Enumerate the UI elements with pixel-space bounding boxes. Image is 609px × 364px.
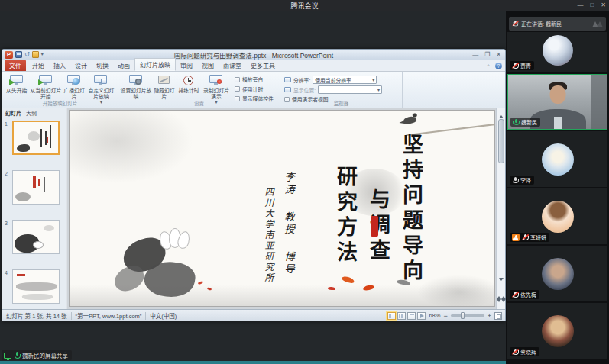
tab-insert[interactable]: 插入: [49, 60, 70, 71]
screen: 腾讯会议 — □ ✕ 国际问题研究与田野调查法.pptx - Microsoft…: [0, 0, 609, 364]
ppt-minimize-button[interactable]: —: [472, 50, 478, 60]
ribbon-group-start-slideshow: 从头开始 从当前幻灯片开始 广播幻灯片 自定义幻灯片放映 开始: [2, 72, 118, 108]
powerpoint-logo-icon[interactable]: P: [5, 51, 13, 59]
reading-view-button[interactable]: [407, 312, 416, 320]
tab-file[interactable]: 文件: [5, 60, 26, 71]
resolution-dropdown[interactable]: 使用当前分辨率: [313, 76, 377, 84]
zoom-out-button[interactable]: −: [443, 312, 447, 320]
group-label: 设置: [118, 99, 280, 107]
language-indicator[interactable]: 中文(中国): [150, 311, 177, 320]
thumbnail-art: [44, 177, 45, 192]
slide-sorter-view-button[interactable]: [397, 312, 406, 320]
slide-byline[interactable]: 李涛 教授 博导 四川大学南亚研究所: [262, 172, 296, 298]
layout-switch-icon[interactable]: [592, 21, 603, 27]
participant-name: 贾青: [520, 62, 531, 69]
red-seal-decoration: [371, 216, 378, 237]
participant-tile[interactable]: 李妍妍: [507, 188, 607, 244]
slide-affiliation: 四川大学南亚研究所: [262, 187, 275, 298]
meeting-window-controls: — □ ✕: [577, 0, 606, 11]
divider: [145, 312, 146, 320]
save-icon[interactable]: [15, 51, 22, 58]
from-current-slide-button[interactable]: 从当前幻灯片开始: [29, 73, 62, 99]
scrollbar-thumb[interactable]: [498, 119, 504, 163]
slide-thumbnail-4[interactable]: [12, 269, 60, 304]
next-slide-button[interactable]: [497, 300, 506, 309]
redo-icon[interactable]: [32, 51, 39, 58]
broadcast-slideshow-icon: [66, 74, 83, 87]
participant-name: 李泽: [520, 176, 531, 184]
participant-tile[interactable]: 贾青: [507, 32, 607, 72]
quick-access-toolbar: P ↺ ▾: [2, 51, 44, 59]
show-on-dropdown[interactable]: [318, 85, 382, 94]
ribbon-group-setup: 设置幻灯片放映 隐藏幻灯片 排练计时 录制幻灯片演示: [118, 72, 280, 108]
minimize-ribbon-icon[interactable]: [485, 63, 491, 69]
slide-canvas[interactable]: 坚持问题导向 与调查 研究方法 李涛 教授 博导 四川大学南亚研究所: [69, 110, 495, 307]
status-bar-right: 68% − +: [387, 312, 502, 320]
avatar: [543, 35, 573, 66]
slide-thumbnail-1[interactable]: [12, 121, 60, 155]
show-on-row: 显示位置:: [284, 85, 400, 94]
theme-name: “第一PPT, www.1ppt.com”: [76, 311, 142, 320]
rehearse-timings-button[interactable]: 排练计时: [177, 73, 201, 94]
from-current-slide-icon: [37, 74, 54, 87]
avatar: [542, 258, 574, 290]
broadcast-slideshow-button[interactable]: 广播幻灯片: [62, 73, 86, 99]
slide-scrollbar[interactable]: [496, 108, 505, 309]
participant-tile[interactable]: 依先梅: [507, 246, 607, 301]
tab-view[interactable]: 视图: [197, 60, 219, 71]
thumbnail-art: [15, 192, 31, 201]
normal-view-button[interactable]: [387, 312, 396, 320]
pane-tab-outline[interactable]: 大纲: [26, 109, 37, 117]
powerpoint-titlebar[interactable]: 国际问题研究与田野调查法.pptx - Microsoft PowerPoint…: [2, 50, 505, 60]
slideshow-view-button[interactable]: [417, 312, 426, 320]
slide-thumbnail-3[interactable]: [12, 220, 60, 254]
hide-slide-button[interactable]: 隐藏幻灯片: [152, 73, 177, 99]
slide-thumbnail-2[interactable]: [12, 170, 60, 205]
tab-transitions[interactable]: 切换: [92, 60, 113, 71]
tab-home[interactable]: 开始: [28, 60, 49, 71]
pane-tab-slides[interactable]: 幻灯片: [5, 109, 21, 117]
customize-toolbar-dropdown-icon[interactable]: ▾: [41, 51, 44, 58]
monitor-icon: [284, 87, 291, 92]
zoom-percentage[interactable]: 68%: [429, 312, 440, 319]
avatar: [542, 201, 574, 233]
participant-tile-active-speaker[interactable]: 魏新民: [507, 74, 607, 130]
previous-slide-button[interactable]: [497, 289, 506, 298]
zoom-slider[interactable]: [451, 314, 484, 317]
participant-nametag: 李泽: [510, 176, 534, 185]
powerpoint-window-controls: — ❐ ✕: [472, 50, 501, 60]
zoom-slider-thumb[interactable]: [461, 312, 465, 319]
scroll-down-button[interactable]: [497, 279, 506, 288]
tab-review[interactable]: 审阅: [176, 60, 197, 71]
use-timings-checkbox[interactable]: 使用计时: [235, 85, 274, 93]
ppt-maximize-button[interactable]: ❐: [484, 50, 490, 60]
tab-rain-classroom[interactable]: 雨课堂: [219, 60, 246, 71]
fit-to-window-button[interactable]: [494, 312, 502, 320]
thumbnail-art: [17, 274, 25, 276]
minimize-button[interactable]: —: [577, 0, 583, 11]
ppt-close-button[interactable]: ✕: [496, 50, 501, 60]
setup-slideshow-button[interactable]: 设置幻灯片放映: [120, 73, 152, 99]
maximize-button[interactable]: □: [590, 0, 594, 11]
muted-mic-icon: [512, 62, 518, 69]
rehearse-timings-icon: [180, 74, 197, 87]
scroll-up-button[interactable]: [497, 108, 506, 118]
undo-icon[interactable]: ↺: [24, 51, 30, 58]
status-bar: 幻灯片 第 1 张, 共 14 张 “第一PPT, www.1ppt.com” …: [2, 309, 505, 321]
tab-slideshow[interactable]: 幻灯片放映: [134, 58, 176, 71]
tab-more-tools[interactable]: 更多工具: [246, 60, 280, 71]
close-button[interactable]: ✕: [601, 0, 606, 11]
participant-tile[interactable]: 李泽: [507, 131, 607, 187]
play-narrations-checkbox[interactable]: 播放旁白: [235, 76, 274, 83]
participant-tile[interactable]: 蔡晓辉: [507, 303, 607, 359]
zoom-in-button[interactable]: +: [488, 312, 491, 320]
thumbnail-number: 3: [5, 221, 8, 226]
thumbnail-art: [47, 137, 49, 143]
powerpoint-body: 幻灯片 大纲 1 2: [2, 108, 505, 309]
help-icon[interactable]: [495, 63, 502, 69]
tab-design[interactable]: 设计: [70, 60, 92, 71]
thumbnail-row: 4: [2, 269, 66, 308]
from-beginning-button[interactable]: 从头开始: [4, 73, 29, 94]
tab-animations[interactable]: 动画: [113, 60, 134, 71]
hide-slide-icon: [156, 74, 173, 87]
